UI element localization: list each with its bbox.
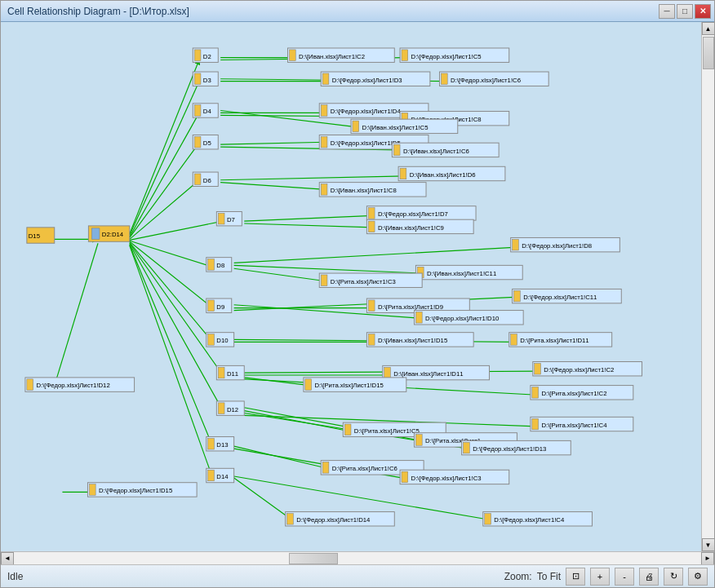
close-button[interactable]: ✕ xyxy=(695,4,711,19)
svg-rect-119 xyxy=(393,144,400,156)
node-D11: D11 xyxy=(216,365,244,379)
svg-rect-176 xyxy=(415,435,422,446)
diagram-container[interactable]: D15 D2:D14 D2 D3 xyxy=(1,22,701,551)
minimize-button[interactable]: ─ xyxy=(659,4,675,19)
svg-rect-164 xyxy=(384,367,391,378)
svg-text:D:\[Иван.xlsx]Лист1!D6: D:\[Иван.xlsx]Лист1!D6 xyxy=(410,171,476,179)
svg-rect-194 xyxy=(287,514,294,525)
svg-text:D2:D14: D2:D14 xyxy=(102,231,124,238)
scroll-up-button[interactable]: ▲ xyxy=(702,22,715,35)
svg-text:D:\[Иван.xlsx]Лист1!C8: D:\[Иван.xlsx]Лист1!C8 xyxy=(331,187,397,194)
svg-rect-89 xyxy=(208,438,215,449)
svg-rect-68 xyxy=(194,174,201,185)
node-fedor-c5: D:\[Федор.xlsx]Лист1!C5 xyxy=(400,48,509,62)
svg-rect-74 xyxy=(208,259,215,271)
node-fedor-c6: D:\[Федор.xlsx]Лист1!C6 xyxy=(439,72,548,86)
svg-text:D:\[Рита.xlsx]Лист1!C3: D:\[Рита.xlsx]Лист1!C3 xyxy=(331,278,396,285)
node-fedor-c4: D:\[Федор.xlsx]Лист1!C4 xyxy=(483,512,593,526)
svg-text:D8: D8 xyxy=(216,262,224,269)
node-rita-c4: D:\[Рита.xlsx]Лист1!C4 xyxy=(531,417,633,431)
svg-rect-173 xyxy=(344,424,351,435)
svg-rect-146 xyxy=(368,300,375,312)
svg-rect-128 xyxy=(368,208,375,219)
svg-text:D12: D12 xyxy=(227,406,238,413)
node-rita-c2: D:\[Рита.xlsx]Лист1!C2 xyxy=(531,386,633,400)
maximize-button[interactable]: □ xyxy=(677,4,693,19)
node-fedor-c2: D:\[Федор.xlsx]Лист1!C2 xyxy=(533,362,642,376)
svg-text:D:\[Федор.xlsx]Лист1!C2: D:\[Федор.xlsx]Лист1!C2 xyxy=(544,366,614,374)
svg-text:D:\[Федор.xlsx]Лист1!D5: D:\[Федор.xlsx]Лист1!D5 xyxy=(331,139,401,147)
svg-text:D:\[Федор.xlsx]Лист1!D15: D:\[Федор.xlsx]Лист1!D15 xyxy=(99,487,172,494)
svg-text:D11: D11 xyxy=(227,370,238,378)
node-fedor-c3: D:\[Федор.xlsx]Лист1!C3 xyxy=(400,470,509,484)
node-ivan-c11: D:\[Иван.xlsx]Лист1!C11 xyxy=(415,265,522,279)
node-D2: D2 xyxy=(193,48,218,62)
svg-text:D:\[Федор.xlsx]Лист1!C6: D:\[Федор.xlsx]Лист1!C6 xyxy=(451,77,521,84)
svg-rect-80 xyxy=(208,334,215,346)
node-fedor-d14: D:\[Федор.xlsx]Лист1!D14 xyxy=(286,512,395,526)
zoom-fit-button[interactable]: ⊡ xyxy=(566,568,585,586)
scrollbar-h-thumb[interactable] xyxy=(289,553,338,564)
svg-text:D:\[Федор.xlsx]Лист1!C4: D:\[Федор.xlsx]Лист1!C4 xyxy=(494,516,565,524)
scrollbar-v-track xyxy=(702,35,714,538)
node-D8: D8 xyxy=(207,258,232,272)
node-D2-D14: D2:D14 xyxy=(88,226,129,241)
svg-text:D:\[Федор.xlsx]Лист1!D3: D:\[Федор.xlsx]Лист1!D3 xyxy=(332,77,402,84)
scrollbar-v-thumb[interactable] xyxy=(703,37,714,69)
vertical-scrollbar[interactable]: ▲ ▼ xyxy=(701,22,714,551)
diagram-svg: D15 D2:D14 D2 D3 xyxy=(1,22,701,551)
settings-button[interactable]: ⚙ xyxy=(688,568,708,586)
svg-text:D4: D4 xyxy=(203,108,212,115)
node-fedor-d15: D:\[Федор.xlsx]Лист1!D15 xyxy=(87,483,197,497)
svg-text:D:\[Иван.xlsx]Лист1!C11: D:\[Иван.xlsx]Лист1!C11 xyxy=(427,270,496,277)
zoom-in-button[interactable]: + xyxy=(590,568,610,586)
status-bar: Idle Zoom: To Fit ⊡ + - 🖨 ↻ ⚙ xyxy=(1,564,714,587)
svg-text:D:\[Рита.xlsx]Лист1!D9: D:\[Рита.xlsx]Лист1!D9 xyxy=(378,303,443,311)
node-fedor-d7: D:\[Федор.xlsx]Лист1!D7 xyxy=(366,206,476,220)
node-rita-d15: D:\[Рита.xlsx]Лист1!D15 xyxy=(304,378,406,391)
svg-text:D:\[Федор.xlsx]Лист1!D14: D:\[Федор.xlsx]Лист1!D14 xyxy=(296,516,371,524)
svg-rect-107 xyxy=(321,105,327,117)
print-button[interactable]: 🖨 xyxy=(639,568,659,586)
svg-rect-188 xyxy=(402,471,408,483)
window-title: Cell Relationship Diagram - [D:\Итор.xls… xyxy=(7,6,189,17)
svg-text:D2: D2 xyxy=(203,53,211,60)
refresh-button[interactable]: ↻ xyxy=(664,568,683,586)
svg-text:D:\[Федор.xlsx]Лист1!D4: D:\[Федор.xlsx]Лист1!D4 xyxy=(331,108,402,115)
svg-rect-134 xyxy=(513,239,519,250)
node-D15-left: D15 xyxy=(27,228,55,243)
svg-text:D:\[Федор.xlsx]Лист1!C3: D:\[Федор.xlsx]Лист1!C3 xyxy=(411,475,482,482)
svg-text:D5: D5 xyxy=(203,139,211,147)
node-D4: D4 xyxy=(193,104,218,117)
svg-text:D9: D9 xyxy=(216,303,224,311)
zoom-out-button[interactable]: - xyxy=(615,568,634,586)
horizontal-scrollbar[interactable]: ◄ ► xyxy=(1,551,714,564)
node-D13: D13 xyxy=(207,437,234,451)
content-area: D15 D2:D14 D2 D3 xyxy=(1,22,714,551)
svg-rect-62 xyxy=(194,105,201,117)
svg-text:D:\[Федор.xlsx]Лист1!D7: D:\[Федор.xlsx]Лист1!D7 xyxy=(378,210,448,218)
svg-rect-59 xyxy=(194,73,201,85)
node-rita-d11: D:\[Рита.xlsx]Лист1!D11 xyxy=(509,333,612,347)
svg-text:D:\[Федор.xlsx]Лист1!C5: D:\[Федор.xlsx]Лист1!C5 xyxy=(411,53,482,60)
svg-text:D:\[Иван.xlsx]Лист1!D15: D:\[Иван.xlsx]Лист1!D15 xyxy=(378,337,447,344)
svg-rect-65 xyxy=(194,136,201,148)
scrollbar-h-track xyxy=(14,552,701,564)
svg-rect-56 xyxy=(194,50,201,61)
svg-rect-98 xyxy=(402,50,408,61)
node-ivan-d15: D:\[Иван.xlsx]Лист1!D15 xyxy=(366,333,473,347)
node-D12: D12 xyxy=(216,401,244,415)
scroll-down-button[interactable]: ▼ xyxy=(702,538,715,551)
svg-text:D:\[Рита.xlsx]Лист1!D15: D:\[Рита.xlsx]Лист1!D15 xyxy=(314,382,383,389)
scroll-left-button[interactable]: ◄ xyxy=(1,552,14,565)
svg-text:D10: D10 xyxy=(216,337,228,344)
svg-rect-92 xyxy=(208,470,215,481)
svg-rect-53 xyxy=(91,228,100,240)
svg-rect-170 xyxy=(532,387,539,399)
svg-rect-179 xyxy=(464,442,470,453)
svg-text:D:\[Федор.xlsx]Лист1!C11: D:\[Федор.xlsx]Лист1!C11 xyxy=(523,294,597,301)
scroll-right-button[interactable]: ► xyxy=(701,552,714,565)
svg-text:D6: D6 xyxy=(203,177,211,184)
node-ivan-c2: D:\[Иван.xlsx]Лист1!C2 xyxy=(288,48,395,62)
bottom-area: ◄ ► Idle Zoom: To Fit ⊡ + - 🖨 ↻ ⚙ xyxy=(1,551,714,587)
